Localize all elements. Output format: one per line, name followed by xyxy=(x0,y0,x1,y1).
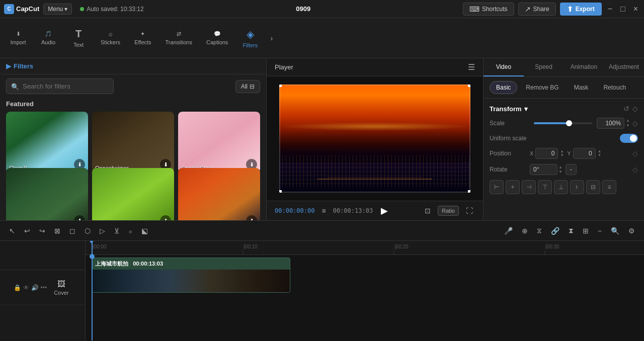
search-input[interactable] xyxy=(6,78,114,94)
split-icon: ⊠ xyxy=(54,227,60,235)
align-center-v-button[interactable]: ⊥ xyxy=(554,180,568,194)
scale-value[interactable]: 100% xyxy=(597,118,624,129)
tab-video[interactable]: Video xyxy=(484,58,524,76)
close-button[interactable]: × xyxy=(631,3,640,16)
more-icon[interactable]: ••• xyxy=(41,284,47,291)
share-button[interactable]: ↗ Share xyxy=(518,3,556,16)
toolbar-item-filters[interactable]: ◈ Filters xyxy=(236,25,264,51)
play-tool[interactable]: ▷ xyxy=(97,225,108,237)
align-right-button[interactable]: ⊣ xyxy=(522,180,536,194)
filter-item-oppenheimer[interactable]: Oppenheimer ⬇ xyxy=(92,112,174,173)
toolbar-item-transitions[interactable]: ⇄ Transitions xyxy=(159,28,198,48)
subtab-retouch[interactable]: Retouch xyxy=(597,81,632,94)
tab-speed[interactable]: Speed xyxy=(524,58,564,76)
visibility-icon[interactable]: 👁 xyxy=(23,284,29,291)
chevron-down-icon: ▾ xyxy=(524,105,528,113)
rotate-label: Rotate xyxy=(490,166,530,173)
toolbar-item-audio[interactable]: 🎵 Audio xyxy=(34,28,62,48)
toolbar-item-text[interactable]: T Text xyxy=(64,25,93,51)
transform-reset-icon[interactable]: ↺ xyxy=(623,105,629,113)
pos-x-down-button[interactable]: ▼ xyxy=(560,153,564,157)
undo-tool[interactable]: ↩ xyxy=(21,225,33,237)
filter-item-crystalclear[interactable]: Crystal Clear ⬇ xyxy=(178,112,260,173)
settings-button[interactable]: ⚙ xyxy=(625,225,638,237)
lock-icon[interactable]: 🔒 xyxy=(14,284,21,291)
toolbar-more-button[interactable]: › xyxy=(266,32,277,44)
timecode-list-icon[interactable]: ≡ xyxy=(319,206,328,216)
filter-item-5[interactable]: ⬇ xyxy=(92,168,174,220)
volume-icon[interactable]: 🔊 xyxy=(31,284,39,291)
crop-tool[interactable]: ◻ xyxy=(66,225,78,237)
scale-up-button[interactable]: ▲ xyxy=(625,118,630,123)
rotate-keyframe-icon[interactable]: ◇ xyxy=(632,165,638,174)
zoom-out-button[interactable]: 🔍 xyxy=(608,225,622,237)
link2-button[interactable]: ⧖ xyxy=(534,224,545,237)
filter-item-6[interactable]: ⬇ xyxy=(178,168,260,220)
transform-tool[interactable]: ⊻ xyxy=(111,225,122,237)
subtab-removebg[interactable]: Remove BG xyxy=(519,81,565,94)
split-tool[interactable]: ⊠ xyxy=(51,225,63,237)
magnet-button[interactable]: − xyxy=(595,225,605,237)
menu-button[interactable]: Menu ▾ xyxy=(43,4,72,15)
rotate-down-button[interactable]: ▼ xyxy=(558,169,562,174)
diamond-tool[interactable]: ⬦ xyxy=(125,225,135,237)
unlink-button[interactable]: ⧗ xyxy=(566,224,577,237)
toolbar-item-import[interactable]: ⬇ Import xyxy=(4,28,32,48)
align-left-button[interactable]: ⊢ xyxy=(490,180,504,194)
toolbar-item-effects[interactable]: ✦ Effects xyxy=(128,28,157,48)
scale-keyframe-icon[interactable]: ◇ xyxy=(632,119,638,127)
minimize-button[interactable]: − xyxy=(606,3,614,16)
pos-y-value[interactable]: 0 xyxy=(573,148,596,159)
play-button[interactable]: ▶ xyxy=(378,204,391,217)
subtab-basic[interactable]: Basic xyxy=(490,81,517,94)
filter-item-clearII[interactable]: Clear II ⬇ xyxy=(6,112,88,173)
subtab-mask[interactable]: Mask xyxy=(568,81,595,94)
rotate-value[interactable]: 0° xyxy=(530,164,557,175)
snap-button[interactable]: ⊞ xyxy=(580,225,592,237)
scale-down-button[interactable]: ▼ xyxy=(625,123,630,128)
fullscreen-fit-icon[interactable]: ⊡ xyxy=(423,206,433,216)
shortcuts-button[interactable]: ⌨ Shortcuts xyxy=(463,3,514,16)
tab-animation[interactable]: Animation xyxy=(564,58,604,76)
all-filters-button[interactable]: All ⊟ xyxy=(235,80,260,93)
clip-link-button[interactable]: 🔗 xyxy=(548,225,562,237)
shape-tool[interactable]: ⬡ xyxy=(82,225,94,237)
player-menu-icon[interactable]: ☰ xyxy=(468,62,475,72)
record-button[interactable]: 🎤 xyxy=(501,225,516,237)
pos-y-down-button[interactable]: ▼ xyxy=(598,153,602,157)
filter-item-4[interactable]: ⬇ xyxy=(6,168,88,220)
distribute-h-button[interactable]: ⊟ xyxy=(586,180,600,194)
link-button[interactable]: ⊕ xyxy=(519,225,531,237)
cover-button[interactable]: 🖼 Cover xyxy=(51,278,71,298)
settings-icon: ⚙ xyxy=(628,227,635,235)
ratio-button[interactable]: Ratio xyxy=(438,206,459,216)
timeline-playhead[interactable] xyxy=(92,255,93,340)
video-track-clip[interactable]: 上海城市航拍 00:00:13:03 xyxy=(92,258,290,293)
uniform-scale-toggle[interactable] xyxy=(620,134,638,143)
transform-keyframe-icon[interactable]: ◇ xyxy=(632,105,638,113)
topbar-right: ⌨ Shortcuts ↗ Share ⬆ Export − □ × xyxy=(463,3,640,16)
rotate-up-button[interactable]: ▲ xyxy=(558,165,562,169)
toolbar-item-captions[interactable]: 💬 Captions xyxy=(200,28,234,48)
select-tool[interactable]: ↖ xyxy=(6,225,18,237)
export-button[interactable]: ⬆ Export xyxy=(560,3,602,16)
pos-x-value[interactable]: 0 xyxy=(535,148,558,159)
align-center-h-button[interactable]: + xyxy=(506,180,520,194)
position-keyframe-icon[interactable]: ◇ xyxy=(632,149,638,157)
track-label: 🔒 👁 🔊 ••• 🖼 Cover xyxy=(0,270,85,305)
maximize-button[interactable]: □ xyxy=(618,3,627,16)
right-sub-tabs: Basic Remove BG Mask Retouch xyxy=(484,77,644,99)
filters-panel-header: ▶ Filters xyxy=(0,58,266,74)
fullscreen-icon[interactable]: ⛶ xyxy=(464,206,475,216)
resize-tool[interactable]: ⬕ xyxy=(138,225,151,237)
right-panel: Video Speed Animation Adjustment Basic R… xyxy=(483,58,644,220)
toolbar: ⬇ Import 🎵 Audio T Text ☺ Stickers ✦ Eff… xyxy=(0,18,644,58)
align-top-button[interactable]: ⊤ xyxy=(538,180,552,194)
scale-slider[interactable] xyxy=(534,122,593,124)
distribute-v-button[interactable]: ≡ xyxy=(602,180,616,194)
rotate-minus-button[interactable]: - xyxy=(566,164,577,175)
redo-tool[interactable]: ↪ xyxy=(36,225,48,237)
align-bottom-button[interactable]: ⊦ xyxy=(570,180,584,194)
tab-adjustment[interactable]: Adjustment xyxy=(604,58,644,76)
toolbar-item-stickers[interactable]: ☺ Stickers xyxy=(95,28,126,48)
